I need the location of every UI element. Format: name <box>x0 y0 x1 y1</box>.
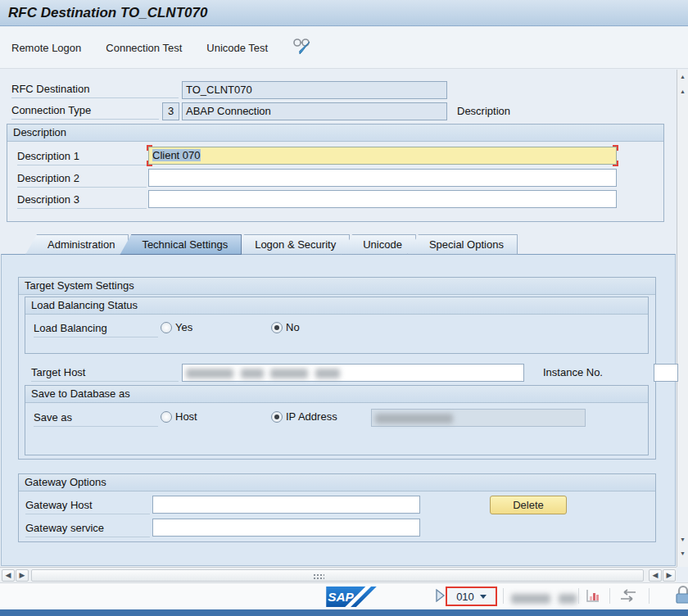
description-group-title: Description <box>7 125 663 142</box>
gateway-service-label: Gateway service <box>25 522 150 537</box>
rfc-destination-field[interactable]: TO_CLNT070 <box>182 81 447 99</box>
scroll-up-icon[interactable]: ▲ <box>679 88 686 95</box>
server-name-redacted <box>511 591 577 605</box>
redacted-value <box>186 369 233 378</box>
save-to-database-title: Save to Database as <box>25 386 648 403</box>
application-toolbar: Remote Logon Connection Test Unicode Tes… <box>0 27 688 69</box>
scroll-down-icon[interactable]: ▼ <box>679 537 686 543</box>
rfc-destination-label: RFC Destination <box>11 83 179 98</box>
horizontal-scrollbar-thumb[interactable] <box>31 569 644 582</box>
divider <box>503 588 504 604</box>
divider <box>649 588 650 604</box>
connection-test-button[interactable]: Connection Test <box>106 42 182 54</box>
focus-bracket-icon <box>147 161 152 166</box>
redacted-value <box>315 369 340 378</box>
instance-no-field[interactable] <box>654 364 678 382</box>
svg-text:SAP: SAP <box>328 590 354 604</box>
lock-icon[interactable] <box>675 584 688 605</box>
continue-triangle-icon[interactable] <box>435 589 446 602</box>
tab-strip: Administration Technical Settings Logon … <box>34 234 518 255</box>
scroll-right-icon[interactable]: ▶ <box>663 569 676 582</box>
vertical-scrollbar[interactable] <box>677 70 688 567</box>
radio-unselected-icon <box>161 322 172 333</box>
horizontal-scrollbar[interactable]: ◀ ▶ ◀ ▶ <box>0 567 677 582</box>
description3-label: Description 3 <box>17 193 147 209</box>
description1-selected-text: Client 070 <box>152 149 201 161</box>
divider <box>578 588 579 604</box>
tab-administration[interactable]: Administration <box>25 234 129 255</box>
save-as-label: Save as <box>34 411 158 427</box>
redacted-value <box>511 594 550 604</box>
chevron-down-icon <box>480 595 487 599</box>
delete-button[interactable]: Delete <box>490 496 567 514</box>
gateway-options-title: Gateway Options <box>19 474 655 491</box>
description-group: Description Description 1 Client 070 Des… <box>7 124 664 222</box>
gateway-options-group: Gateway Options Gateway Host Delete Gate… <box>18 473 656 542</box>
connection-type-text-field[interactable]: ABAP Connection <box>182 102 447 120</box>
description2-field[interactable] <box>148 169 617 187</box>
scroll-up-icon[interactable]: ▲ <box>679 74 686 80</box>
scroll-right-icon[interactable]: ▶ <box>16 569 29 582</box>
tab-unicode[interactable]: Unicode <box>341 234 416 255</box>
radio-selected-icon <box>271 322 283 333</box>
load-balancing-yes-radio[interactable]: Yes <box>161 321 192 336</box>
save-as-host-radio[interactable]: Host <box>161 410 197 425</box>
tab-special-options[interactable]: Special Options <box>407 234 518 255</box>
save-as-ip-radio[interactable]: IP Address <box>271 410 337 425</box>
target-system-settings-title: Target System Settings <box>19 278 655 295</box>
unicode-test-button[interactable]: Unicode Test <box>206 42 268 54</box>
connection-type-field[interactable]: 3 <box>162 102 179 120</box>
connection-type-label: Connection Type <box>11 104 159 120</box>
radio-unselected-icon <box>161 411 172 423</box>
data-transfer-icon[interactable] <box>618 587 639 604</box>
scroll-down-icon[interactable]: ▼ <box>679 550 686 557</box>
load-balancing-status-group: Load Balancing Status Load Balancing Yes… <box>25 297 649 354</box>
redacted-value <box>270 369 308 378</box>
bottom-bar <box>0 609 688 616</box>
scroll-left-icon[interactable]: ◀ <box>649 569 662 582</box>
description1-field[interactable]: Client 070 <box>148 147 617 165</box>
focus-bracket-icon <box>613 145 618 151</box>
sap-logo: SAP <box>326 587 377 607</box>
load-balancing-no-radio[interactable]: No <box>271 321 300 336</box>
remote-logon-button[interactable]: Remote Logon <box>11 42 81 54</box>
description-column-label: Description <box>457 105 555 120</box>
tab-technical-settings[interactable]: Technical Settings <box>120 234 242 255</box>
window-title: RFC Destination TO_CLNT070 <box>0 0 688 26</box>
load-balancing-status-title: Load Balancing Status <box>25 297 648 315</box>
divider <box>609 588 610 604</box>
ip-address-field[interactable] <box>371 409 586 427</box>
client-number: 010 <box>456 591 474 603</box>
client-selector[interactable]: 010 <box>446 587 497 606</box>
target-host-label: Target Host <box>31 366 179 382</box>
description3-field[interactable] <box>148 190 617 208</box>
focus-bracket-icon <box>147 145 152 151</box>
redacted-value <box>375 414 453 424</box>
description2-label: Description 2 <box>17 172 147 188</box>
display-change-icon[interactable] <box>292 37 314 59</box>
gateway-host-label: Gateway Host <box>25 499 150 514</box>
redacted-value <box>559 594 577 604</box>
redacted-value <box>241 369 264 378</box>
sap-rfc-destination-window: RFC Destination TO_CLNT070 Remote Logon … <box>0 0 688 616</box>
save-to-database-group: Save to Database as Save as Host IP Addr… <box>25 385 649 455</box>
gateway-host-field[interactable] <box>152 496 420 514</box>
performance-chart-icon[interactable] <box>585 587 601 604</box>
scrollbar-grip-icon[interactable] <box>313 573 324 579</box>
tab-logon-security[interactable]: Logon & Security <box>233 234 350 255</box>
scroll-left-icon[interactable]: ◀ <box>2 569 15 582</box>
load-balancing-label: Load Balancing <box>34 322 158 337</box>
target-host-field[interactable] <box>182 364 524 382</box>
gateway-service-field[interactable] <box>152 519 420 537</box>
focus-bracket-icon <box>613 161 618 166</box>
instance-no-label: Instance No. <box>543 366 625 382</box>
description1-label: Description 1 <box>17 150 147 165</box>
radio-selected-icon <box>271 411 283 423</box>
